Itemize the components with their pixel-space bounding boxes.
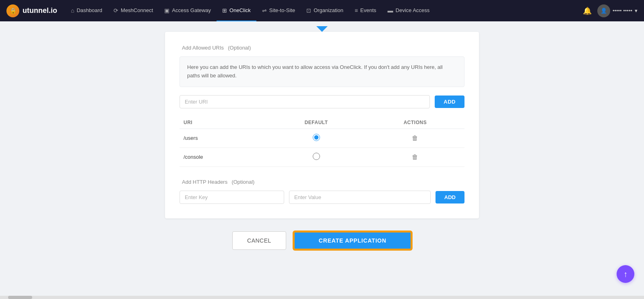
sidebar-item-events[interactable]: ≡ Events	[349, 0, 382, 21]
uri-table: URI DEFAULT ACTIONS /users 🗑	[180, 116, 464, 167]
http-headers-title: Add HTTP Headers (Optional)	[180, 178, 464, 185]
sidebar-item-access-gateway[interactable]: ▣ Access Gateway	[159, 0, 217, 21]
navbar: 🔒 utunnel.io ⌂ Dashboard ⟳ MeshConnect ▣…	[0, 0, 644, 21]
scrollbar-thumb[interactable]	[8, 296, 32, 299]
nav-label-meshconnect: MeshConnect	[121, 7, 153, 13]
uri-input[interactable]	[180, 95, 430, 108]
step-indicator	[0, 21, 644, 32]
default-radio-2[interactable]	[313, 153, 320, 160]
nav-label-oneclick: OneClick	[229, 7, 251, 13]
default-radio-1-cell	[266, 129, 366, 147]
nav-label-organization: Organization	[314, 7, 343, 13]
form-card: Add Allowed URIs (Optional) Here you can…	[165, 32, 479, 218]
uri-value-1: /users	[180, 129, 266, 147]
nav-items: ⌂ Dashboard ⟳ MeshConnect ▣ Access Gatew…	[65, 0, 583, 21]
uri-table-body: /users 🗑 /console	[180, 129, 464, 166]
nav-right: 🔔 👤 ••••• ••••• ▾	[583, 4, 638, 17]
oneclick-icon: ⊞	[222, 7, 227, 14]
site-to-site-icon: ⇌	[262, 7, 267, 14]
sidebar-item-meshconnect[interactable]: ⟳ MeshConnect	[108, 0, 159, 21]
uri-input-row: ADD	[180, 95, 464, 108]
nav-label-access-gateway: Access Gateway	[172, 7, 211, 13]
uri-table-header: URI DEFAULT ACTIONS	[180, 116, 464, 129]
user-menu[interactable]: 👤 ••••• ••••• ▾	[597, 4, 638, 17]
avatar: 👤	[597, 4, 610, 17]
nav-label-events: Events	[360, 7, 376, 13]
delete-uri-2-button[interactable]: 🗑	[409, 153, 421, 162]
device-access-icon: ▬	[388, 7, 393, 14]
sidebar-item-oneclick[interactable]: ⊞ OneClick	[217, 0, 256, 21]
col-header-actions: ACTIONS	[366, 116, 464, 129]
default-radio-2-cell	[266, 147, 366, 166]
access-gateway-icon: ▣	[164, 7, 169, 14]
http-add-button[interactable]: ADD	[436, 191, 464, 203]
create-application-button[interactable]: CREATE APPLICATION	[293, 231, 412, 250]
dashboard-icon: ⌂	[71, 7, 74, 14]
allowed-uris-title: Add Allowed URIs (Optional)	[180, 44, 464, 51]
notifications-icon[interactable]: 🔔	[583, 6, 592, 15]
http-value-input[interactable]	[289, 191, 431, 204]
uri-value-2: /console	[180, 147, 266, 166]
events-icon: ≡	[355, 7, 358, 14]
meshconnect-icon: ⟳	[114, 7, 118, 14]
bottom-actions: CANCEL CREATE APPLICATION	[0, 231, 644, 250]
brand-name: utunnel.io	[23, 6, 57, 15]
chevron-down-icon: ▾	[635, 8, 638, 14]
col-header-uri: URI	[180, 116, 266, 129]
uri-add-button[interactable]: ADD	[435, 96, 464, 108]
sidebar-item-organization[interactable]: ⊡ Organization	[301, 0, 349, 21]
organization-icon: ⊡	[306, 7, 311, 14]
actions-cell-2: 🗑	[366, 147, 464, 166]
allowed-uris-info: Here you can add the URIs to which you w…	[180, 56, 464, 87]
table-row: /console 🗑	[180, 147, 464, 166]
username: ••••• •••••	[613, 8, 632, 14]
sidebar-item-device-access[interactable]: ▬ Device Access	[382, 0, 436, 21]
bottom-scrollbar	[0, 296, 644, 299]
col-header-default: DEFAULT	[266, 116, 366, 129]
default-radio-1[interactable]	[313, 134, 320, 141]
table-row: /users 🗑	[180, 129, 464, 147]
nav-label-device-access: Device Access	[396, 7, 430, 13]
nav-label-dashboard: Dashboard	[76, 7, 102, 13]
sidebar-item-dashboard[interactable]: ⌂ Dashboard	[65, 0, 108, 21]
delete-uri-1-button[interactable]: 🗑	[409, 134, 421, 143]
http-inputs-row: ADD	[180, 191, 464, 204]
cancel-button[interactable]: CANCEL	[232, 231, 286, 250]
main-content: Add Allowed URIs (Optional) Here you can…	[0, 21, 644, 299]
step-arrow	[316, 26, 328, 32]
http-headers-section: Add HTTP Headers (Optional) ADD	[180, 178, 464, 204]
scroll-to-top-button[interactable]: ↑	[617, 265, 634, 283]
actions-cell-1: 🗑	[366, 129, 464, 147]
nav-label-site-to-site: Site-to-Site	[269, 7, 295, 13]
allowed-uris-section: Add Allowed URIs (Optional) Here you can…	[180, 44, 464, 167]
brand-icon: 🔒	[6, 4, 19, 17]
brand[interactable]: 🔒 utunnel.io	[6, 4, 57, 17]
sidebar-item-site-to-site[interactable]: ⇌ Site-to-Site	[256, 0, 301, 21]
http-key-input[interactable]	[180, 191, 284, 204]
